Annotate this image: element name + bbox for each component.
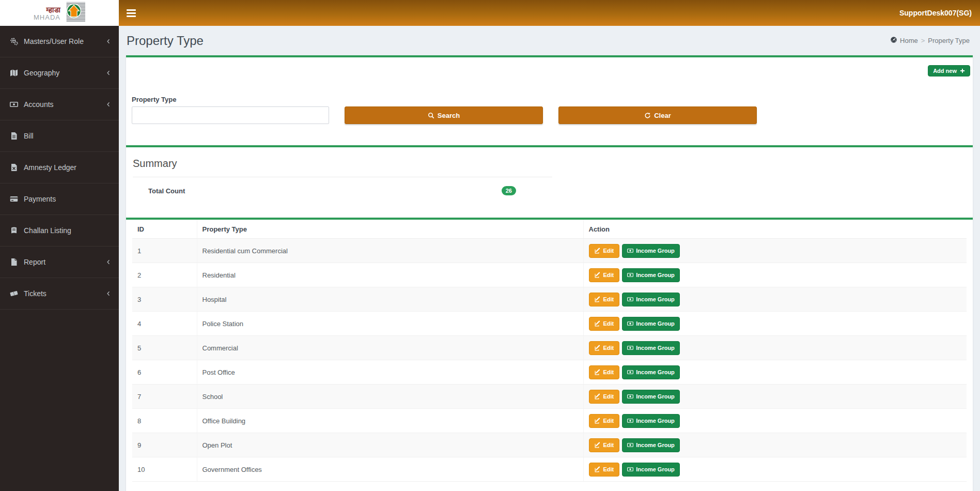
edit-button[interactable]: Edit [589, 463, 620, 477]
income-group-button-label: Income Group [636, 272, 675, 278]
table-header-row: ID Property Type Action [132, 220, 967, 239]
search-icon [428, 112, 434, 119]
edit-pencil-icon [595, 393, 601, 400]
column-header-id: ID [132, 220, 197, 239]
map-icon [9, 69, 19, 77]
page-title: Property Type [127, 34, 204, 48]
credit-card-icon [9, 195, 19, 203]
row-property-type: Hospital [197, 287, 583, 312]
income-group-button-label: Income Group [636, 369, 675, 375]
property-type-filter-label: Property Type [132, 96, 329, 103]
income-group-button[interactable]: Income Group [622, 341, 680, 355]
dashboard-icon [890, 36, 897, 45]
income-group-button[interactable]: Income Group [622, 414, 680, 428]
income-group-button[interactable]: Income Group [622, 244, 680, 258]
income-group-button-label: Income Group [636, 442, 675, 448]
money-bill-icon [627, 272, 633, 278]
row-property-type: Police Station [197, 312, 583, 336]
breadcrumb-home-label: Home [900, 37, 918, 44]
edit-button-label: Edit [603, 442, 614, 448]
money-bill-icon [627, 466, 633, 472]
sidebar-item-challan-listing[interactable]: Challan Listing [0, 215, 119, 247]
chevron-left-icon [105, 101, 112, 108]
row-id: 7 [132, 385, 197, 409]
income-group-button[interactable]: Income Group [622, 438, 680, 452]
edit-button[interactable]: Edit [589, 438, 620, 452]
sidebar-item-masters-user-role[interactable]: Masters/User Role [0, 26, 119, 57]
edit-button-label: Edit [603, 272, 614, 278]
sidebar-item-bill[interactable]: Bill [0, 120, 119, 152]
edit-button[interactable]: Edit [589, 365, 620, 379]
edit-button[interactable]: Edit [589, 317, 620, 331]
sidebar-item-payments[interactable]: Payments [0, 183, 119, 215]
edit-button[interactable]: Edit [589, 268, 620, 282]
edit-button-label: Edit [603, 369, 614, 375]
sidebar-item-amnesty-ledger[interactable]: Amnesty Ledger [0, 152, 119, 183]
edit-button[interactable]: Edit [589, 293, 620, 306]
topbar: SupportDesk007(SG) [119, 0, 980, 26]
edit-pencil-icon [595, 442, 601, 448]
bill-file-icon [9, 132, 19, 140]
edit-button-label: Edit [603, 393, 614, 400]
property-type-input[interactable] [132, 106, 329, 124]
money-bill-icon [627, 296, 633, 302]
income-group-button[interactable]: Income Group [622, 268, 680, 282]
edit-button-label: Edit [603, 248, 614, 254]
money-bill-icon [627, 320, 633, 327]
edit-button[interactable]: Edit [589, 414, 620, 428]
gears-icon [9, 37, 19, 45]
income-group-button[interactable]: Income Group [622, 317, 680, 331]
sidebar-item-label: Challan Listing [24, 226, 105, 235]
edit-button[interactable]: Edit [589, 244, 620, 258]
income-group-button[interactable]: Income Group [622, 365, 680, 379]
edit-button-label: Edit [603, 466, 614, 472]
total-count-row: Total Count 26 [148, 186, 516, 195]
chevron-left-icon [105, 259, 112, 265]
table-row: 10 Government Offices Edit Income Group [132, 457, 967, 482]
breadcrumb-home-link[interactable]: Home [890, 36, 918, 45]
breadcrumb-separator: > [921, 37, 925, 44]
breadcrumb: Home > Property Type [890, 36, 970, 45]
table-row: 8 Office Building Edit Income Group [132, 409, 967, 433]
income-group-button-label: Income Group [636, 418, 675, 424]
add-new-button[interactable]: Add new [928, 65, 970, 76]
sidebar-item-label: Amnesty Ledger [24, 163, 105, 172]
income-group-button-label: Income Group [636, 248, 675, 254]
sidebar-item-geography[interactable]: Geography [0, 57, 119, 89]
table-section: ID Property Type Action 1 Residential cu… [126, 218, 973, 482]
sidebar-item-label: Masters/User Role [24, 37, 105, 45]
row-id: 4 [132, 312, 197, 336]
chevron-left-icon [105, 70, 112, 76]
money-bill-icon [627, 369, 633, 375]
sidebar-item-report[interactable]: Report [0, 247, 119, 278]
sidebar-item-accounts[interactable]: Accounts [0, 89, 119, 120]
logo-devanagari: म्हाडा [34, 6, 60, 13]
table-row: 4 Police Station Edit Income Group [132, 312, 967, 336]
total-count-badge: 26 [502, 186, 516, 195]
report-file-icon [9, 258, 19, 266]
income-group-button-label: Income Group [636, 393, 675, 400]
logo[interactable]: म्हाडा MHADA [0, 0, 119, 26]
clear-button[interactable]: Clear [558, 106, 757, 124]
sidebar-item-label: Bill [24, 132, 105, 140]
logo-text: म्हाडा MHADA [34, 6, 60, 21]
search-button[interactable]: Search [345, 106, 543, 124]
logo-latin: MHADA [34, 14, 60, 21]
income-group-button[interactable]: Income Group [622, 390, 680, 404]
hamburger-menu-icon[interactable] [127, 9, 138, 17]
row-id: 8 [132, 409, 197, 433]
user-account[interactable]: SupportDesk007(SG) [899, 9, 972, 17]
row-id: 5 [132, 336, 197, 360]
income-group-button[interactable]: Income Group [622, 463, 680, 477]
edit-button-label: Edit [603, 418, 614, 424]
edit-pencil-icon [595, 369, 601, 375]
row-property-type: Office Building [197, 409, 583, 433]
edit-button[interactable]: Edit [589, 390, 620, 404]
edit-button-label: Edit [603, 296, 614, 302]
income-group-button[interactable]: Income Group [622, 293, 680, 306]
sidebar-item-label: Payments [24, 195, 105, 203]
sidebar-item-tickets[interactable]: Tickets [0, 278, 119, 310]
edit-pencil-icon [595, 272, 601, 278]
edit-button[interactable]: Edit [589, 341, 620, 355]
summary-heading: Summary [133, 158, 552, 177]
